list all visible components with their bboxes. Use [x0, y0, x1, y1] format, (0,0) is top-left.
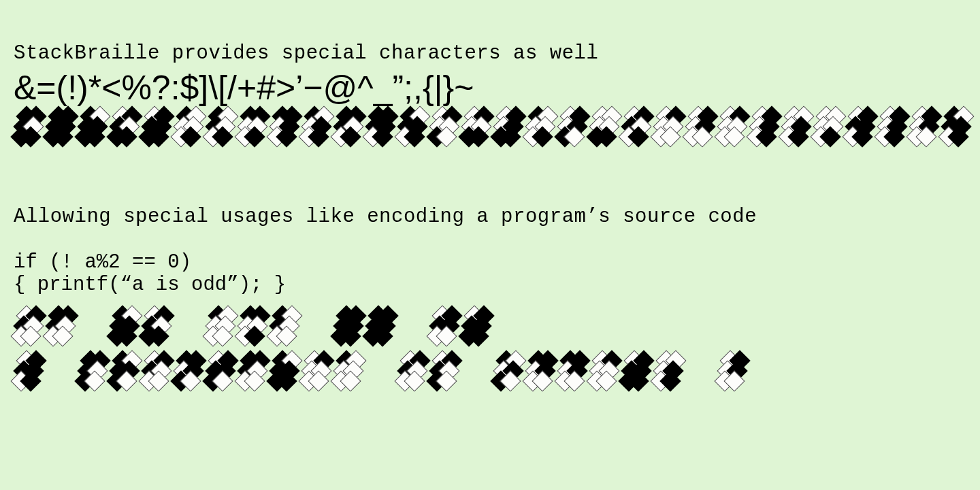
braille-cell — [270, 109, 301, 147]
braille-cell — [749, 109, 781, 147]
braille-symbols-row — [14, 109, 966, 147]
braille-cell — [46, 308, 78, 346]
braille-word — [78, 353, 301, 391]
braille-cell — [238, 109, 270, 147]
braille-space — [301, 308, 333, 346]
braille-cell — [461, 308, 493, 346]
braille-cell — [397, 109, 429, 147]
braille-cell — [301, 353, 333, 391]
braille-cell — [781, 109, 813, 147]
braille-cell — [238, 353, 270, 391]
braille-cell — [333, 308, 365, 346]
braille-space — [685, 353, 717, 391]
braille-cell — [365, 109, 397, 147]
braille-cell — [206, 109, 238, 147]
braille-cell — [270, 308, 301, 346]
braille-word — [14, 308, 78, 346]
intro-line: StackBraille provides special characters… — [14, 42, 966, 65]
braille-space — [78, 308, 110, 346]
braille-cell — [14, 353, 46, 391]
braille-cell — [142, 109, 174, 147]
braille-cell — [909, 109, 941, 147]
braille-cell — [621, 109, 653, 147]
braille-cell — [110, 109, 142, 147]
braille-cell — [78, 353, 110, 391]
braille-cell — [110, 353, 142, 391]
braille-cell — [429, 109, 461, 147]
braille-cell — [877, 109, 909, 147]
braille-cell — [525, 353, 557, 391]
braille-cell — [589, 109, 621, 147]
braille-cell — [238, 308, 270, 346]
braille-cell — [78, 109, 110, 147]
page: StackBraille provides special characters… — [0, 0, 980, 391]
braille-space — [397, 308, 429, 346]
braille-cell — [333, 353, 365, 391]
braille-cell — [589, 353, 621, 391]
braille-cell — [110, 308, 142, 346]
braille-cell — [206, 353, 238, 391]
braille-code-row-1 — [14, 308, 966, 346]
braille-code-row-2 — [14, 353, 966, 391]
braille-cell — [397, 353, 429, 391]
braille-cell — [14, 109, 46, 147]
braille-space — [46, 353, 78, 391]
code-line-2: { printf(“a is odd”); } — [14, 274, 286, 296]
braille-space — [461, 353, 493, 391]
braille-word — [333, 308, 397, 346]
braille-cell — [206, 308, 238, 346]
braille-cell — [845, 109, 877, 147]
braille-word — [429, 308, 493, 346]
braille-cell — [557, 109, 589, 147]
braille-cell — [717, 109, 749, 147]
braille-word — [14, 353, 46, 391]
braille-cell — [653, 109, 685, 147]
code-line-1: if (! a%2 == 0) — [14, 251, 191, 274]
braille-cell — [717, 353, 749, 391]
braille-cell — [429, 308, 461, 346]
braille-cell — [813, 109, 845, 147]
allowing-line: Allowing special usages like encoding a … — [14, 206, 966, 228]
braille-cell — [365, 308, 397, 346]
braille-cell — [653, 353, 685, 391]
braille-word — [110, 308, 174, 346]
braille-cell — [174, 353, 206, 391]
braille-cell — [333, 109, 365, 147]
braille-cell — [429, 353, 461, 391]
special-characters-row: &=(!)*<%?:$]\[/+#>’−@^_”;,{|}~ — [14, 70, 966, 106]
braille-cell — [46, 109, 78, 147]
braille-space — [365, 353, 397, 391]
section-source-code: Allowing special usages like encoding a … — [14, 206, 966, 392]
braille-cell — [142, 353, 174, 391]
braille-space — [174, 308, 206, 346]
braille-cell — [525, 109, 557, 147]
code-block: if (! a%2 == 0) { printf(“a is odd”); } — [14, 251, 966, 297]
braille-word — [301, 353, 365, 391]
braille-cell — [621, 353, 653, 391]
braille-cell — [941, 109, 973, 147]
braille-cell — [685, 109, 717, 147]
braille-word — [493, 353, 685, 391]
braille-cell — [493, 109, 525, 147]
braille-word — [397, 353, 461, 391]
braille-word — [717, 353, 749, 391]
braille-cell — [142, 308, 174, 346]
braille-cell — [493, 353, 525, 391]
braille-cell — [301, 109, 333, 147]
braille-cell — [270, 353, 301, 391]
braille-cell — [14, 308, 46, 346]
braille-cell — [461, 109, 493, 147]
braille-cell — [174, 109, 206, 147]
braille-word — [206, 308, 301, 346]
braille-cell — [557, 353, 589, 391]
